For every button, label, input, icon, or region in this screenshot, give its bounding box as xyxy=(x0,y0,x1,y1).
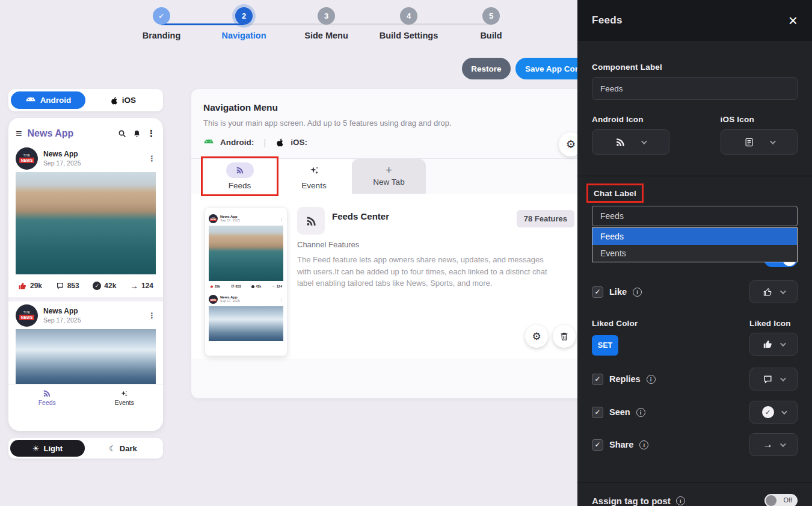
avatar: THENEWS xyxy=(209,295,218,304)
replies-checkbox[interactable]: ✓ xyxy=(592,374,603,385)
kebab-icon: ⋮ xyxy=(280,297,283,301)
seen-icon-dropdown[interactable]: ✓ xyxy=(749,401,798,424)
component-label: Component Label xyxy=(592,63,798,72)
feature-delete-button[interactable] xyxy=(553,325,576,348)
shares-stat[interactable]: → 124 xyxy=(130,281,153,291)
tab-new-tab[interactable]: + New Tab xyxy=(352,159,426,194)
phone-tab-events[interactable]: Events xyxy=(86,384,164,411)
option-feeds[interactable]: Feeds xyxy=(592,228,797,245)
ios-icon-dropdown[interactable] xyxy=(721,129,798,155)
like-label: Like xyxy=(609,287,627,297)
info-icon: i xyxy=(676,496,685,505)
check-circle-icon: ✓ xyxy=(93,282,101,290)
step-number: 4 xyxy=(400,7,417,25)
document-icon xyxy=(744,137,754,147)
close-icon[interactable]: × xyxy=(789,13,798,28)
toggle-off-label: Off xyxy=(784,496,792,504)
light-theme-button[interactable]: ☀ Light xyxy=(10,440,85,457)
restore-button[interactable]: Restore xyxy=(462,58,511,79)
step-navigation[interactable]: 2 Navigation xyxy=(203,7,285,40)
device-toggle: Android iOS xyxy=(8,89,163,111)
info-icon: i xyxy=(647,375,656,384)
android-icon xyxy=(25,97,36,103)
dark-theme-button[interactable]: ☾ Dark xyxy=(85,444,161,453)
avatar: THE NEWS xyxy=(16,147,38,170)
panel-title: Feeds xyxy=(592,14,789,26)
theme-toggle: ☀ Light ☾ Dark xyxy=(8,438,163,458)
light-theme-label: Light xyxy=(43,444,63,453)
android-toggle-button[interactable]: Android xyxy=(11,91,85,109)
step-build-settings[interactable]: 4 Build Settings xyxy=(368,7,450,40)
ios-icon-label: iOS Icon xyxy=(721,115,798,124)
likes-stat[interactable]: 29k xyxy=(18,282,42,291)
phone-bottom-tabbar: Feeds Events xyxy=(8,384,163,411)
chevron-down-icon xyxy=(780,341,786,347)
rss-icon xyxy=(615,137,626,147)
step-label: Build xyxy=(480,31,502,40)
platform-row: Android: | iOS: ⚙ xyxy=(203,137,574,147)
comment-icon xyxy=(56,282,64,290)
replies-stat[interactable]: 853 xyxy=(56,282,79,290)
hamburger-menu-icon[interactable]: ≡ xyxy=(16,128,22,140)
option-events[interactable]: Events xyxy=(592,245,797,262)
share-checkbox[interactable]: ✓ xyxy=(592,439,603,451)
step-branding[interactable]: ✓ Branding xyxy=(120,7,203,40)
feature-settings-button[interactable]: ⚙ xyxy=(525,325,548,348)
chevron-down-icon xyxy=(780,288,786,294)
like-checkbox[interactable]: ✓ xyxy=(592,286,603,298)
trash-icon xyxy=(559,332,569,341)
post-kebab-icon[interactable]: ⋮ xyxy=(148,311,156,320)
bell-icon[interactable] xyxy=(132,129,141,138)
share-icon-dropdown[interactable]: → xyxy=(749,433,798,456)
chevron-down-icon xyxy=(780,375,786,381)
tab-feeds[interactable]: Feeds xyxy=(203,159,276,194)
android-icon-dropdown[interactable] xyxy=(592,129,669,155)
tab-events[interactable]: Events xyxy=(276,159,352,194)
phone-app-bar: ≡ News App ⋮ xyxy=(16,123,156,144)
kebab-icon: ⋮ xyxy=(280,217,283,221)
post-date: Sep 17, 2025 xyxy=(43,316,143,324)
apple-icon xyxy=(275,137,285,147)
post-author: News App xyxy=(43,307,143,315)
check-icon: ✓ xyxy=(153,7,170,25)
kebab-menu-icon[interactable]: ⋮ xyxy=(147,128,156,139)
like-icon-dropdown[interactable] xyxy=(749,280,798,303)
chevron-down-icon xyxy=(781,409,787,415)
post-date: Sep 17, 2025 xyxy=(43,159,143,167)
info-icon: i xyxy=(636,408,645,417)
search-icon[interactable] xyxy=(117,129,127,138)
liked-icon-dropdown[interactable] xyxy=(749,333,798,356)
phone-app-title: News App xyxy=(28,128,112,139)
sparkle-icon xyxy=(309,162,319,178)
set-color-button[interactable]: SET xyxy=(592,335,618,356)
seen-checkbox[interactable]: ✓ xyxy=(592,407,603,418)
chevron-down-icon xyxy=(780,441,786,447)
mini-stats-row: 29k 853 42k →124 xyxy=(209,281,283,292)
rss-icon xyxy=(297,207,325,235)
info-icon: i xyxy=(633,288,642,297)
step-label: Side Menu xyxy=(304,31,348,40)
post-separator xyxy=(8,297,163,301)
phone-preview: ≡ News App ⋮ THE NEWS News App Sep 17, 2… xyxy=(8,118,163,431)
seen-label: Seen xyxy=(609,407,630,417)
seen-stat[interactable]: ✓ 42k xyxy=(93,282,116,290)
gear-icon: ⚙ xyxy=(532,330,541,343)
assign-tag-toggle[interactable]: Off xyxy=(764,494,798,506)
apple-icon xyxy=(110,96,118,105)
post-header: THE NEWS News App Sep 17, 2025 ⋮ xyxy=(16,144,156,172)
post-kebab-icon[interactable]: ⋮ xyxy=(148,154,156,163)
component-label-input[interactable] xyxy=(592,77,798,100)
chat-label-select[interactable]: Feeds xyxy=(592,206,798,226)
phone-tab-feeds[interactable]: Feeds xyxy=(8,384,86,411)
sun-icon: ☀ xyxy=(32,444,40,453)
step-side-menu[interactable]: 3 Side Menu xyxy=(285,7,368,40)
navigation-menu-title: Navigation Menu xyxy=(203,102,574,113)
rss-icon xyxy=(43,389,51,398)
replies-icon-dropdown[interactable] xyxy=(749,368,798,390)
ios-toggle-button[interactable]: iOS xyxy=(85,96,161,105)
step-number: 3 xyxy=(318,7,335,25)
android-icon xyxy=(203,139,214,146)
thumb-up-icon xyxy=(210,285,214,288)
step-build[interactable]: 5 Build xyxy=(450,7,532,40)
post-image-venice xyxy=(209,226,283,281)
